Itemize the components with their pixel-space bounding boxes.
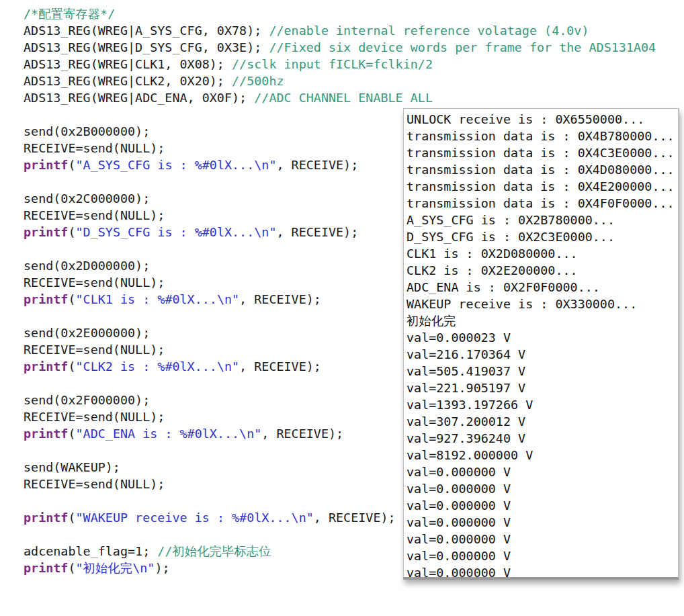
console-line-1: UNLOCK receive is : 0X6550000... (407, 111, 678, 128)
code-view: /*配置寄存器*/ADS13_REG(WREG|A_SYS_CFG, 0X78)… (0, 0, 684, 616)
code-token-code: , RECEIVE); (314, 511, 396, 525)
console-line-6: transmission data is : 0X4F0F0000... (407, 195, 678, 212)
code-token-comment: //sclk input fICLK=fclkin/2 (232, 57, 433, 71)
console-line-5: transmission data is : 0X4E200000... (407, 178, 678, 195)
code-token-code: send(0x2B000000); (24, 124, 150, 138)
console-line-13: 初始化完 (407, 312, 678, 329)
code-token-string: "A_SYS_CFG is : %#0lX...\n" (76, 158, 277, 172)
console-line-10: CLK2 is : 0X2E200000... (407, 262, 678, 279)
console-line-12: WAKEUP receive is : 0X330000... (407, 296, 678, 312)
code-token-func: printf (24, 359, 68, 373)
code-token-code: ( (68, 511, 75, 525)
code-token-func: printf (24, 427, 68, 441)
code-token-code: ADS13_REG(WREG|CLK2, 0X20); (24, 74, 232, 88)
code-token-code: ( (68, 292, 75, 306)
console-line-2: transmission data is : 0X4B780000... (407, 128, 678, 144)
code-token-func: printf (24, 158, 68, 172)
code-line-1: /*配置寄存器*/ (24, 5, 656, 22)
code-token-code: send(0x2D000000); (24, 259, 150, 273)
console-line-21: val=8192.000000 V (407, 447, 678, 464)
code-token-code: ADS13_REG(WREG|CLK1, 0X08); (24, 57, 232, 71)
code-line-2: ADS13_REG(WREG|A_SYS_CFG, 0X78); //enabl… (24, 22, 656, 39)
console-line-3: transmission data is : 0X4C3E0000... (407, 144, 678, 161)
console-line-20: val=927.396240 V (407, 430, 678, 447)
code-token-func: printf (24, 292, 68, 306)
console-line-8: D_SYS_CFG is : 0X2C3E0000... (407, 228, 678, 245)
console-line-17: val=221.905197 V (407, 380, 678, 396)
code-line-5: ADS13_REG(WREG|CLK2, 0X20); //500hz (24, 73, 656, 89)
page: { "colors": { "comment": "#38997a", "str… (0, 0, 684, 616)
code-token-code: , RECEIVE); (239, 292, 321, 306)
code-token-code: ADS13_REG(WREG|ADC_ENA, 0X0F); (24, 91, 254, 105)
code-token-code: adcenable_flag=1; (24, 544, 157, 558)
code-token-string: "CLK1 is : %#0lX...\n" (76, 292, 240, 306)
code-token-comment: //Fixed six device words per frame for t… (269, 40, 656, 54)
console-line-23: val=0.000000 V (407, 480, 678, 497)
code-token-func: printf (24, 561, 68, 575)
console-line-15: val=216.170364 V (407, 346, 678, 363)
code-token-code: ( (68, 158, 75, 172)
console-line-9: CLK1 is : 0X2D080000... (407, 245, 678, 262)
code-token-code: send(0x2F000000); (24, 393, 150, 407)
console-line-19: val=307.200012 V (407, 413, 678, 430)
code-token-comment: //enable internal reference volatage (4.… (269, 24, 589, 38)
console-line-24: val=0.000000 V (407, 497, 678, 514)
code-token-func: printf (24, 225, 68, 239)
code-token-code: , RECEIVE); (276, 158, 358, 172)
code-token-code: , RECEIVE); (276, 225, 358, 239)
console-line-28: val=0.000000 V (407, 564, 678, 580)
code-token-string: "CLK2 is : %#0lX...\n" (76, 359, 240, 373)
code-token-code: ( (68, 561, 75, 575)
console-line-27: val=0.000000 V (407, 547, 678, 564)
console-line-25: val=0.000000 V (407, 514, 678, 531)
code-token-code: send(WAKEUP); (24, 460, 120, 474)
code-token-code: RECEIVE=send(NULL); (24, 141, 165, 155)
code-token-code: send(0x2C000000); (24, 191, 150, 206)
code-token-code: ADS13_REG(WREG|D_SYS_CFG, 0X3E); (24, 40, 269, 54)
console-line-14: val=0.000023 V (407, 329, 678, 346)
code-token-code: RECEIVE=send(NULL); (24, 410, 165, 424)
console-output-panel: UNLOCK receive is : 0X6550000...transmis… (403, 108, 679, 580)
code-token-code: ADS13_REG(WREG|A_SYS_CFG, 0X78); (24, 24, 269, 38)
code-token-string: "ADC_ENA is : %#0lX...\n" (76, 427, 262, 441)
code-token-code: RECEIVE=send(NULL); (24, 275, 165, 290)
console-line-22: val=0.000000 V (407, 464, 678, 480)
code-line-6: ADS13_REG(WREG|ADC_ENA, 0X0F); //ADC CHA… (24, 89, 656, 106)
code-token-comment: //初始化完毕标志位 (157, 544, 271, 558)
code-token-string: "初始化完\n" (76, 561, 155, 575)
code-token-func: printf (24, 511, 68, 525)
code-token-code: ( (68, 359, 75, 373)
code-line-3: ADS13_REG(WREG|D_SYS_CFG, 0X3E); //Fixed… (24, 39, 656, 56)
console-line-16: val=505.419037 V (407, 363, 678, 380)
console-line-11: ADC_ENA is : 0X2F0F0000... (407, 279, 678, 296)
code-token-comment: //500hz (232, 74, 284, 88)
console-line-18: val=1393.197266 V (407, 396, 678, 413)
code-token-code: ( (68, 225, 75, 239)
code-token-code: RECEIVE=send(NULL); (24, 477, 165, 491)
console-line-7: A_SYS_CFG is : 0X2B780000... (407, 212, 678, 228)
code-token-comment: //ADC CHANNEL ENABLE ALL (254, 91, 433, 105)
code-token-code: ( (68, 427, 75, 441)
code-line-4: ADS13_REG(WREG|CLK1, 0X08); //sclk input… (24, 56, 656, 73)
console-line-26: val=0.000000 V (407, 531, 678, 547)
code-token-code: send(0x2E000000); (24, 326, 150, 340)
code-token-code: RECEIVE=send(NULL); (24, 208, 165, 222)
code-token-code: ); (155, 561, 169, 575)
code-token-code: RECEIVE=send(NULL); (24, 343, 165, 357)
code-token-string: "WAKEUP receive is : %#0lX...\n" (76, 511, 314, 525)
console-line-4: transmission data is : 0X4D080000... (407, 161, 678, 178)
code-token-string: "D_SYS_CFG is : %#0lX...\n" (76, 225, 277, 239)
code-token-comment: /*配置寄存器*/ (24, 7, 115, 21)
code-token-code: , RECEIVE); (239, 359, 321, 373)
code-token-code: , RECEIVE); (261, 427, 343, 441)
